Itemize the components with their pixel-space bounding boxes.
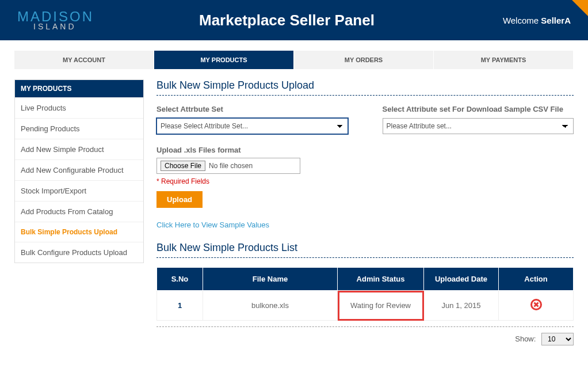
upload-button[interactable]: Upload	[156, 191, 203, 208]
sidebar-item-bulk-configure-upload[interactable]: Bulk Configure Products Upload	[15, 242, 143, 263]
sidebar: MY PRODUCTS Live Products Pending Produc…	[14, 79, 144, 263]
corner-ribbon	[572, 0, 588, 16]
file-status-text: No file chosen	[209, 162, 253, 170]
sidebar-item-add-new-simple[interactable]: Add New Simple Product	[15, 139, 143, 159]
sidebar-item-stock-import-export[interactable]: Stock Import/Export	[15, 180, 143, 201]
sidebar-item-add-from-catalog[interactable]: Add Products From Catalog	[15, 201, 143, 222]
tab-my-account[interactable]: MY ACCOUNT	[14, 51, 154, 69]
show-label: Show:	[515, 335, 536, 343]
cell-sno: 1	[157, 291, 203, 321]
sidebar-item-pending-products[interactable]: Pending Products	[15, 118, 143, 139]
download-col: Select Attribute set For Download Sample…	[383, 105, 574, 134]
sidebar-item-live-products[interactable]: Live Products	[15, 97, 143, 118]
upload-label: Upload .xls Files format	[156, 146, 574, 154]
sample-values-link[interactable]: Click Here to View Sample Values	[156, 221, 269, 229]
tab-my-orders[interactable]: MY ORDERS	[294, 51, 434, 69]
sidebar-item-add-new-configurable[interactable]: Add New Configurable Product	[15, 159, 143, 180]
pagination-show: Show: 10	[156, 333, 574, 345]
products-table: S.No File Name Admin Status Uploaded Dat…	[156, 267, 574, 321]
th-uploaded-date: Uploaded Date	[424, 268, 499, 291]
sidebar-item-bulk-simple-upload[interactable]: Bulk Simple Products Upload	[15, 222, 143, 242]
cell-filename: bulkone.xls	[203, 291, 338, 321]
header: MADISON ISLAND Marketplace Seller Panel …	[0, 0, 588, 40]
cell-uploaded-date: Jun 1, 2015	[424, 291, 499, 321]
cell-action	[499, 291, 574, 321]
welcome-user: SellerA	[541, 16, 571, 25]
main: Bulk New Simple Products Upload Select A…	[156, 79, 574, 345]
cell-admin-status: Wating for Review	[338, 291, 424, 321]
th-action: Action	[499, 268, 574, 291]
page-title: Marketplace Seller Panel	[71, 12, 503, 29]
tab-my-products[interactable]: MY PRODUCTS	[154, 51, 294, 69]
tabs-wrap: MY ACCOUNT MY PRODUCTS MY ORDERS MY PAYM…	[0, 40, 588, 69]
upload-section-title: Bulk New Simple Products Upload	[156, 79, 574, 92]
th-sno: S.No	[157, 268, 203, 291]
tabs: MY ACCOUNT MY PRODUCTS MY ORDERS MY PAYM…	[14, 51, 574, 69]
attr-set-col: Select Attrbute Set Please Select Attrib…	[156, 105, 348, 134]
file-input-box[interactable]: Choose File No file chosen	[156, 158, 300, 174]
table-header-row: S.No File Name Admin Status Uploaded Dat…	[157, 268, 574, 291]
attr-set-label: Select Attrbute Set	[156, 105, 348, 113]
download-label: Select Attribute set For Download Sample…	[383, 105, 574, 113]
choose-file-button[interactable]: Choose File	[161, 161, 205, 171]
selects-row: Select Attrbute Set Please Select Attrib…	[156, 105, 574, 134]
table-row: 1 bulkone.xls Wating for Review Jun 1, 2…	[157, 291, 574, 321]
divider	[156, 257, 574, 258]
list-section-title: Bulk New Simple Products List	[156, 242, 574, 254]
sidebar-title: MY PRODUCTS	[15, 80, 143, 97]
welcome-text: Welcome SellerA	[503, 16, 571, 25]
th-filename: File Name	[203, 268, 338, 291]
body: MY PRODUCTS Live Products Pending Produc…	[0, 69, 588, 360]
delete-icon[interactable]	[530, 299, 542, 310]
welcome-prefix: Welcome	[503, 16, 541, 25]
show-select[interactable]: 10	[541, 333, 574, 345]
download-select[interactable]: Please Attribute set...	[383, 118, 574, 134]
divider	[156, 95, 574, 96]
th-admin-status: Admin Status	[338, 268, 424, 291]
attr-set-select[interactable]: Please Select Attribute Set...	[156, 118, 348, 134]
divider	[156, 326, 574, 327]
tab-my-payments[interactable]: MY PAYMENTS	[434, 51, 574, 69]
required-fields-text: * Required Fields	[156, 177, 574, 185]
